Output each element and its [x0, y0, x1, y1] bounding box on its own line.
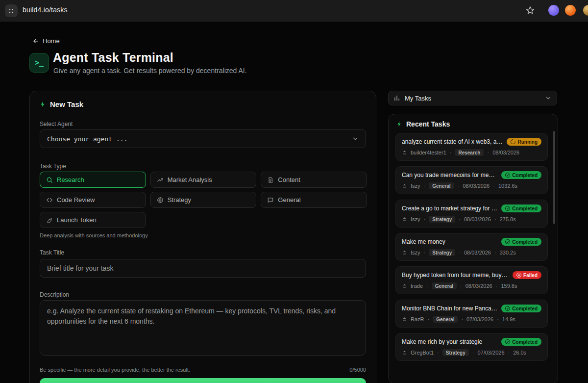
chevron-down-icon: [352, 135, 359, 142]
check-circle-icon: [505, 206, 510, 211]
back-home-label: Home: [43, 37, 60, 45]
browser-extension-icon-orange[interactable]: [565, 5, 576, 16]
task-type-general[interactable]: General: [261, 192, 367, 208]
status-badge: Completed: [501, 171, 541, 179]
new-task-card: New Task Select Agent Choose your agent …: [29, 91, 376, 383]
task-date: 08/03/2026: [464, 216, 491, 222]
browser-menu-icon[interactable]: [5, 4, 18, 17]
bookmark-star-icon[interactable]: [525, 5, 535, 15]
status-badge: Running: [507, 138, 541, 146]
status-label: Completed: [512, 339, 538, 345]
task-list-item[interactable]: Can you trade memecoins for me? M... Com…: [395, 166, 548, 194]
status-badge: Completed: [501, 238, 541, 246]
status-label: Completed: [512, 239, 538, 245]
task-date: 08/03/2026: [492, 150, 519, 155]
page-title: Agent Task Terminal: [53, 51, 173, 65]
trending-up-icon: [157, 177, 164, 183]
scrollbar-thumb[interactable]: [553, 131, 555, 224]
agent-name: RazR: [411, 316, 424, 322]
document-icon: [267, 177, 274, 183]
chevron-down-icon: [545, 95, 552, 102]
my-tasks-dropdown[interactable]: My Tasks: [388, 91, 557, 105]
separator-dot: [428, 316, 430, 322]
back-home-link[interactable]: Home: [32, 37, 60, 45]
category-chip: Strategy: [429, 249, 455, 256]
task-list-item[interactable]: Create a go to market strategy for m... …: [395, 200, 548, 228]
check-circle-icon: [505, 339, 510, 344]
lightning-icon: [40, 101, 46, 107]
x-circle-icon: [516, 273, 521, 278]
status-label: Completed: [512, 306, 538, 311]
task-duration: 330.2s: [500, 250, 516, 255]
create-task-button[interactable]: [40, 378, 366, 383]
task-title-input[interactable]: [40, 259, 366, 278]
task-list-item[interactable]: analyze current state of AI x web3, any …: [395, 133, 548, 161]
bot-icon: [402, 350, 407, 356]
task-type-research[interactable]: Research: [40, 172, 146, 188]
page: build4.io/tasks Home >_ Agent Task Termi…: [0, 0, 588, 383]
bot-icon: [402, 283, 407, 289]
task-duration: 159.8s: [501, 283, 517, 289]
task-list-item[interactable]: Make me rich by your strategie Completed…: [395, 333, 548, 361]
check-circle-icon: [505, 306, 510, 311]
new-task-footer: Be specific — the more detail you provid…: [40, 367, 366, 373]
chat-icon: [267, 197, 274, 204]
bot-icon: [402, 150, 407, 155]
task-title: Make me money: [402, 238, 497, 245]
separator-dot: [493, 183, 495, 189]
category-chip: General: [433, 316, 458, 323]
url-bar[interactable]: build4.io/tasks: [23, 6, 68, 14]
bot-icon: [402, 250, 407, 255]
agent-select[interactable]: Choose your agent ...: [40, 129, 366, 148]
task-duration: 1032.6s: [498, 183, 517, 189]
task-title-label: Task Title: [40, 249, 64, 256]
task-type-label-text: Strategy: [168, 196, 191, 204]
status-badge: Completed: [501, 204, 541, 212]
task-type-content[interactable]: Content: [261, 172, 367, 188]
new-task-header: New Task: [40, 100, 83, 108]
task-type-label-text: Market Analysis: [168, 176, 212, 183]
task-title: Monitor BNB Chain for new Pancake...: [402, 305, 497, 312]
separator-dot: [497, 316, 499, 322]
bar-chart-icon: [393, 95, 400, 102]
task-type-hint: Deep analysis with sources and methodolo…: [40, 232, 148, 238]
task-list-item[interactable]: Monitor BNB Chain for new Pancake... Com…: [395, 300, 548, 328]
task-duration: 275.8s: [500, 216, 516, 222]
task-date: 07/03/2026: [466, 316, 493, 322]
description-textarea[interactable]: [40, 300, 366, 356]
task-list-item[interactable]: Make me money Completed Iszy Strategy 08…: [395, 233, 548, 261]
task-title: Make me rich by your strategie: [402, 338, 497, 345]
task-date: 08/03/2026: [464, 250, 491, 255]
separator-dot: [472, 350, 474, 356]
task-type-code-review[interactable]: Code Review: [40, 192, 146, 208]
category-chip: General: [432, 282, 457, 289]
separator-dot: [461, 316, 463, 322]
spinner-icon: [510, 138, 516, 145]
globe-icon: [157, 197, 164, 204]
category-chip: Strategy: [429, 216, 455, 223]
separator-dot: [496, 283, 498, 289]
task-title: analyze current state of AI x web3, any …: [402, 138, 503, 145]
task-type-strategy[interactable]: Strategy: [150, 192, 257, 208]
browser-extension-icon-partial[interactable]: [583, 5, 588, 16]
terminal-glyph: >_: [35, 58, 44, 67]
task-type-label-text: General: [278, 196, 300, 204]
separator-dot: [426, 283, 428, 289]
task-type-launch-token[interactable]: Launch Token: [40, 212, 146, 228]
separator-dot: [459, 250, 461, 255]
lightning-icon: [396, 121, 402, 127]
bot-icon: [402, 183, 407, 189]
separator-dot: [508, 350, 510, 356]
recent-tasks-title: Recent Tasks: [406, 120, 450, 128]
task-list-item[interactable]: Buy hyped token from four meme, buy 0...…: [395, 266, 548, 294]
task-type-market-analysis[interactable]: Market Analysis: [150, 172, 257, 188]
status-badge: Completed: [501, 338, 541, 346]
agent-name: Iszy: [411, 250, 420, 255]
my-tasks-label: My Tasks: [405, 95, 540, 102]
status-label: Failed: [523, 273, 538, 278]
code-icon: [46, 197, 53, 204]
browser-extension-icon-purple[interactable]: [548, 5, 559, 16]
agent-name: trade: [411, 283, 423, 289]
separator-dot: [450, 150, 452, 155]
task-type-label-text: Research: [57, 176, 84, 183]
